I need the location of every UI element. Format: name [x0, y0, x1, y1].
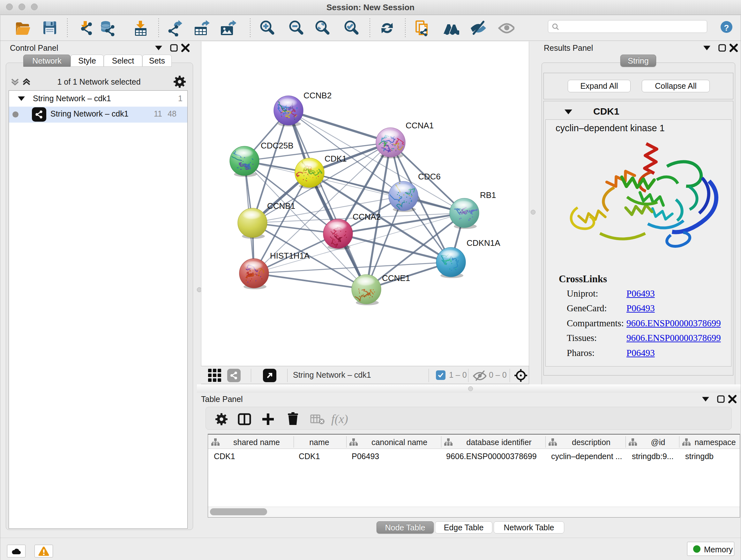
svg-text:CCNE1: CCNE1: [382, 273, 410, 283]
svg-text:CDC6: CDC6: [418, 172, 441, 181]
svg-text:CDKN1A: CDKN1A: [467, 238, 500, 248]
svg-text:CCNA2: CCNA2: [353, 212, 381, 222]
svg-text:CCNA1: CCNA1: [406, 121, 434, 130]
svg-text:CDK1: CDK1: [325, 154, 347, 164]
svg-text:CCNB2: CCNB2: [304, 91, 332, 100]
svg-text:HIST1H1A: HIST1H1A: [270, 251, 310, 260]
svg-text:CDC25B: CDC25B: [261, 141, 293, 150]
svg-text:CCNB1: CCNB1: [267, 201, 295, 211]
svg-text:RB1: RB1: [480, 190, 496, 200]
